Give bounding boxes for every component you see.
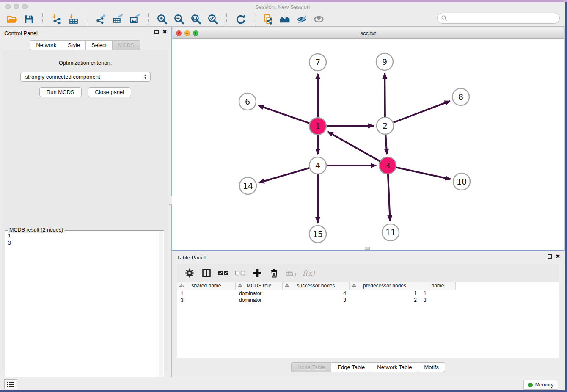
export-network-button[interactable] <box>92 12 109 26</box>
graph-node-10[interactable]: 10 <box>453 173 470 190</box>
column-header-shared-name[interactable]: shared name <box>177 282 236 290</box>
network-window-title: scc.txt <box>172 30 564 36</box>
edge-3-11[interactable] <box>388 174 390 221</box>
graph-node-4[interactable]: 4 <box>309 157 326 174</box>
zoom-selected-button[interactable] <box>204 12 221 26</box>
svg-text:6: 6 <box>245 97 250 106</box>
zoom-fit-icon <box>190 14 202 25</box>
tab-mcds[interactable]: MCDS <box>112 40 140 50</box>
tab-node-table[interactable]: Node Table <box>291 362 331 372</box>
close-panel-button[interactable]: Close panel <box>88 87 132 97</box>
memory-button[interactable]: Memory <box>523 380 558 390</box>
export-image-button[interactable] <box>126 12 143 26</box>
duplicate-network-button[interactable] <box>259 12 276 26</box>
tab-motifs[interactable]: Motifs <box>418 362 445 372</box>
column-header-successor-nodes[interactable]: successor nodes <box>283 282 350 290</box>
graph-node-1[interactable]: 1 <box>309 118 326 135</box>
optimization-criterion-label: Optimization criterion: <box>3 60 168 66</box>
show-panel-icon <box>313 14 325 25</box>
panel-divider-grip[interactable] <box>169 196 172 205</box>
add-column-icon <box>253 268 262 278</box>
edge-3-10[interactable] <box>396 168 451 179</box>
save-session-icon <box>23 14 35 25</box>
close-table-panel-icon[interactable]: ✖ <box>556 254 560 259</box>
show-panel-button[interactable] <box>310 12 327 26</box>
edge-2-8[interactable] <box>394 101 450 123</box>
edge-2-9[interactable] <box>385 73 385 117</box>
hide-panel-button[interactable] <box>293 12 310 26</box>
graph-node-3[interactable]: 3 <box>379 157 396 174</box>
toolbar-separator <box>87 13 87 25</box>
zoom-in-button[interactable] <box>154 12 171 26</box>
table-cell: 4 <box>283 290 350 297</box>
float-panel-icon[interactable] <box>154 30 159 34</box>
tab-select[interactable]: Select <box>85 40 112 50</box>
network-window: ✕ − + scc.txt 7968124314101511 <box>172 28 564 251</box>
import-table-icon <box>68 14 79 25</box>
zoom-fit-button[interactable] <box>187 12 204 26</box>
tab-network[interactable]: Network <box>30 40 62 50</box>
import-table-button[interactable] <box>65 12 82 26</box>
zoom-selected-icon <box>207 14 219 25</box>
table-cell: dominator <box>236 290 283 297</box>
graph-node-9[interactable]: 9 <box>376 53 393 70</box>
save-session-button[interactable] <box>20 12 37 26</box>
column-visibility-button[interactable] <box>201 267 212 279</box>
export-table-button[interactable] <box>109 12 126 26</box>
deselect-all-checkboxes-button[interactable] <box>235 267 246 279</box>
edge-1-2[interactable] <box>327 126 374 126</box>
column-type-icon <box>352 284 356 288</box>
dropdown-stepper-icon: ▲▼ <box>144 74 147 80</box>
home-button[interactable] <box>276 12 293 26</box>
open-file-button[interactable] <box>3 12 20 26</box>
column-header-predecessor-nodes[interactable]: predecessor nodes <box>350 282 420 290</box>
table-row[interactable]: 3dominator323 <box>177 297 559 304</box>
svg-text:15: 15 <box>313 229 323 239</box>
run-mcds-button[interactable]: Run MCDS <box>39 87 82 97</box>
close-panel-icon[interactable]: ✖ <box>162 30 167 34</box>
network-window-titlebar[interactable]: ✕ − + scc.txt <box>172 28 564 39</box>
graph-node-15[interactable]: 15 <box>309 226 326 243</box>
graph-node-7[interactable]: 7 <box>309 54 326 71</box>
table-cell: 3 <box>177 297 236 304</box>
network-resize-grip[interactable] <box>365 247 370 250</box>
table-row[interactable]: 1dominator411 <box>177 290 559 297</box>
table-settings-gear-button[interactable] <box>184 267 195 279</box>
table-toolbar: f(x) <box>177 264 559 282</box>
edge-3-1[interactable] <box>328 132 380 161</box>
graph-node-8[interactable]: 8 <box>452 88 469 105</box>
column-header-name[interactable]: name <box>420 282 456 290</box>
tab-network-table[interactable]: Network Table <box>371 362 418 372</box>
search-box[interactable] <box>437 13 560 24</box>
column-header-MCDS-role[interactable]: MCDS role <box>236 282 283 290</box>
graph-node-6[interactable]: 6 <box>239 93 256 110</box>
network-graph: 7968124314101511 <box>172 39 564 250</box>
zoom-out-button[interactable] <box>171 12 187 26</box>
window-title: Session: New Session <box>0 4 565 10</box>
edge-1-6[interactable] <box>259 105 310 123</box>
edge-4-14[interactable] <box>259 168 309 183</box>
svg-text:7: 7 <box>315 58 320 67</box>
edge-2-3[interactable] <box>385 135 387 154</box>
table-settings-gear-icon <box>185 268 194 278</box>
result-scrollbar[interactable] <box>159 231 163 389</box>
network-canvas[interactable]: 7968124314101511 <box>172 39 564 250</box>
tab-edge-table[interactable]: Edge Table <box>331 362 371 372</box>
graph-node-2[interactable]: 2 <box>377 117 394 134</box>
tab-style[interactable]: Style <box>62 40 85 50</box>
table-cell: dominator <box>236 297 283 304</box>
task-history-button[interactable] <box>4 379 17 389</box>
memory-status-icon <box>528 383 533 387</box>
refresh-button[interactable] <box>232 12 249 26</box>
control-panel-tabs: NetworkStyleSelectMCDS <box>0 40 171 50</box>
node-table[interactable]: shared nameMCDS rolesuccessor nodesprede… <box>177 282 559 358</box>
criterion-dropdown[interactable]: strongly connected component ▲▼ <box>20 72 151 82</box>
add-column-button[interactable] <box>252 267 263 279</box>
import-network-button[interactable] <box>48 12 65 26</box>
delete-column-trash-button[interactable] <box>269 267 280 279</box>
graph-node-11[interactable]: 11 <box>382 224 399 241</box>
search-input[interactable] <box>450 15 559 22</box>
float-table-panel-icon[interactable] <box>548 254 552 259</box>
graph-node-14[interactable]: 14 <box>239 177 256 194</box>
select-all-checkboxes-button[interactable] <box>218 267 229 279</box>
